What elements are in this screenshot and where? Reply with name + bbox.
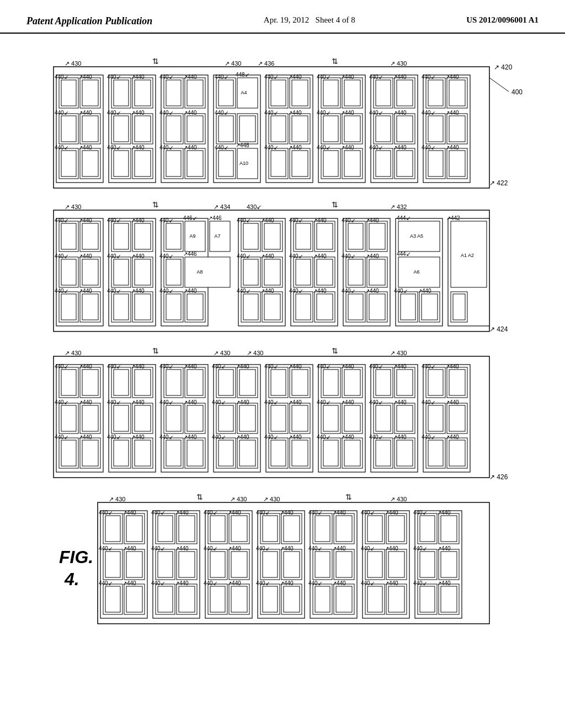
svg-rect-399: [271, 440, 286, 466]
svg-rect-494: [158, 516, 173, 542]
svg-rect-110: [323, 116, 338, 142]
svg-text:↗440: ↗440: [78, 363, 92, 370]
svg-text:⇅: ⇅: [196, 493, 203, 501]
svg-text:↗440: ↗440: [288, 434, 302, 440]
svg-rect-231: [243, 223, 258, 249]
patent-number-label: US 2012/0096001 A1: [466, 15, 539, 25]
svg-rect-416: [344, 405, 360, 431]
svg-text:448↙: 448↙: [236, 72, 249, 78]
figure-content: ↗ 420 400 ⇅ ⇅ ↗ 430 ↗ 430 ↗ 436 ↗ 430: [0, 34, 565, 714]
figure-svg: ↗ 420 400 ⇅ ⇅ ↗ 430 ↗ 430 ↗ 436 ↗ 430: [48, 50, 528, 695]
svg-rect-570: [367, 516, 382, 542]
svg-rect-382: [239, 440, 255, 466]
svg-text:440↙: 440↙: [422, 399, 435, 405]
svg-text:↗440: ↗440: [437, 545, 451, 552]
svg-rect-277: [348, 294, 363, 320]
svg-rect-504: [179, 586, 195, 612]
svg-text:↗440: ↗440: [122, 545, 136, 552]
svg-text:↗440: ↗440: [393, 110, 407, 116]
svg-rect-540: [263, 586, 278, 612]
svg-text:↗440: ↗440: [175, 510, 189, 516]
svg-rect-429: [376, 370, 391, 395]
svg-text:⇅: ⇅: [152, 346, 159, 355]
svg-text:↗ 430: ↗ 430: [230, 496, 247, 502]
svg-text:↗440: ↗440: [78, 434, 92, 440]
svg-rect-114: [323, 151, 338, 176]
svg-text:↗440: ↗440: [78, 110, 92, 116]
svg-rect-217: [166, 259, 181, 285]
svg-rect-477: [126, 516, 142, 542]
svg-rect-412: [344, 370, 360, 395]
svg-text:↗ 430: ↗ 430: [65, 204, 81, 210]
svg-text:440↙: 440↙: [308, 510, 322, 516]
svg-text:A4: A4: [241, 90, 247, 95]
svg-rect-599: [441, 586, 457, 612]
svg-rect-521: [210, 586, 225, 612]
svg-text:↗440: ↗440: [175, 580, 189, 586]
svg-rect-353: [166, 370, 181, 395]
svg-text:↗440: ↗440: [340, 399, 354, 405]
svg-text:440↙: 440↙: [264, 74, 278, 80]
svg-text:↗ 420: ↗ 420: [494, 63, 513, 71]
svg-text:FIG.: FIG.: [59, 547, 93, 567]
svg-rect-323: [61, 440, 76, 466]
svg-rect-150: [449, 116, 465, 142]
svg-rect-144: [428, 80, 443, 106]
svg-text:440↙: 440↙: [151, 510, 165, 516]
svg-text:440↙: 440↙: [99, 545, 113, 552]
svg-rect-498: [158, 552, 173, 577]
svg-rect-340: [135, 405, 151, 431]
svg-text:440↙: 440↙: [107, 217, 121, 223]
svg-text:440↙: 440↙: [237, 217, 250, 223]
svg-text:↗440: ↗440: [445, 399, 459, 405]
svg-rect-395: [271, 405, 286, 431]
svg-rect-135: [397, 151, 413, 176]
svg-rect-181: [82, 294, 98, 320]
svg-text:440↙: 440↙: [289, 217, 303, 223]
svg-rect-393: [292, 370, 308, 395]
svg-rect-129: [376, 116, 391, 142]
svg-text:440↙: 440↙: [342, 288, 355, 294]
svg-text:↗440: ↗440: [313, 217, 327, 223]
svg-text:↗440: ↗440: [365, 288, 379, 294]
svg-rect-342: [114, 440, 129, 466]
svg-rect-56: [187, 116, 203, 142]
svg-rect-198: [114, 294, 129, 320]
svg-text:440↙: 440↙: [55, 110, 68, 116]
svg-rect-20: [61, 151, 76, 176]
svg-text:440↙: 440↙: [317, 363, 331, 370]
svg-rect-542: [284, 586, 300, 612]
svg-rect-148: [428, 116, 443, 142]
svg-rect-589: [420, 516, 435, 542]
svg-rect-222: [166, 294, 181, 320]
svg-rect-572: [388, 516, 404, 542]
svg-rect-435: [397, 405, 413, 431]
svg-rect-218: [185, 257, 230, 287]
svg-rect-95: [271, 151, 286, 176]
svg-text:↗440: ↗440: [385, 580, 398, 586]
svg-text:440↙: 440↙: [212, 434, 226, 440]
svg-text:↗440: ↗440: [340, 434, 354, 440]
svg-text:↗440: ↗440: [280, 510, 294, 516]
svg-rect-74: [218, 116, 233, 142]
svg-rect-296: [422, 294, 438, 320]
svg-text:↗ 430: ↗ 430: [225, 60, 241, 67]
svg-text:440↙: 440↙: [55, 144, 68, 151]
svg-text:440↙: 440↙: [422, 74, 435, 80]
svg-rect-252: [317, 223, 333, 249]
svg-rect-513: [210, 516, 225, 542]
svg-text:440↙: 440↙: [55, 253, 68, 259]
svg-text:↗440: ↗440: [393, 363, 407, 370]
svg-text:↗440: ↗440: [288, 110, 302, 116]
svg-text:↗ 430: ↗ 430: [390, 350, 407, 356]
svg-text:↗440: ↗440: [131, 217, 145, 223]
svg-rect-519: [231, 552, 247, 577]
svg-text:440↙: 440↙: [413, 545, 427, 552]
svg-rect-241: [264, 294, 280, 320]
svg-text:↗446: ↗446: [208, 215, 222, 221]
svg-text:⇅: ⇅: [332, 200, 338, 209]
svg-text:440↙: 440↙: [422, 110, 435, 116]
svg-rect-523: [231, 586, 247, 612]
svg-rect-39: [114, 151, 129, 176]
svg-text:↗440: ↗440: [260, 253, 274, 259]
